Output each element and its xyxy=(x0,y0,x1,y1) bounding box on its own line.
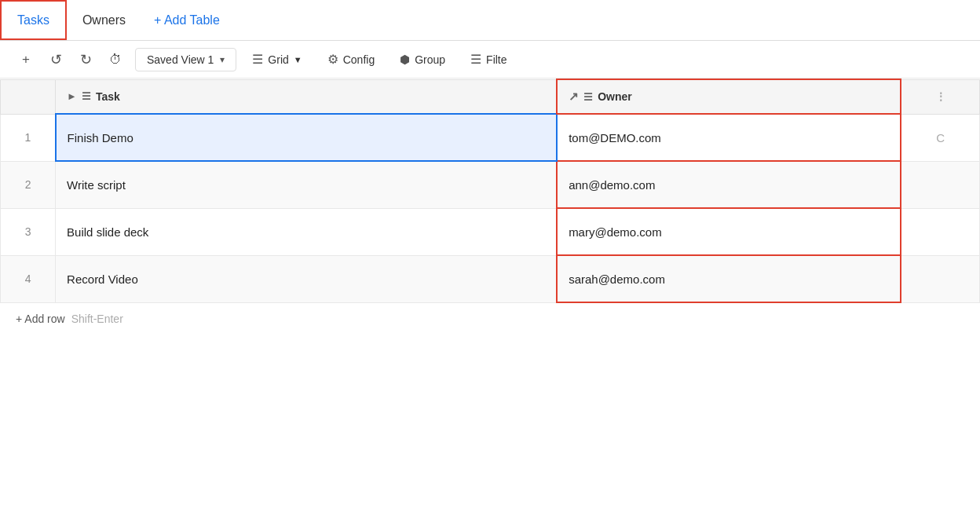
tab-bar: Tasks Owners + Add Table xyxy=(0,0,980,41)
task-list-icon: ☰ xyxy=(82,90,91,102)
extra-cell xyxy=(901,208,979,255)
tab-owners[interactable]: Owners xyxy=(67,0,141,40)
filter-button[interactable]: ☰ Filte xyxy=(464,49,513,70)
row-number-cell: 3 xyxy=(1,208,56,255)
toolbar-view-options: ☰ Grid ▼ ⚙ Config ⬢ Group ☰ Filte xyxy=(246,49,513,70)
owner-list-icon: ☰ xyxy=(583,91,593,103)
extra-cell: C xyxy=(901,114,979,161)
task-cell[interactable]: Record Video xyxy=(56,255,558,302)
redo-button[interactable]: ↻ xyxy=(72,46,99,73)
table-row[interactable]: 4Record Videosarah@demo.com xyxy=(1,255,980,302)
group-button[interactable]: ⬢ Group xyxy=(393,49,452,70)
data-table-container: ► ☰ Task ↗ ☰ Owner ⋮ 1Finish Demotom@DEM… xyxy=(0,79,980,335)
add-table-label: + Add Table xyxy=(154,13,220,27)
chevron-down-icon: ▾ xyxy=(220,54,225,65)
owner-cell[interactable]: tom@DEMO.com xyxy=(557,114,901,161)
table-header-row: ► ☰ Task ↗ ☰ Owner ⋮ xyxy=(1,79,980,114)
owner-cell[interactable]: mary@demo.com xyxy=(557,208,901,255)
grid-button[interactable]: ☰ Grid ▼ xyxy=(246,49,308,70)
history-button[interactable]: ⏱ xyxy=(102,46,129,73)
extra-cell xyxy=(901,255,979,302)
filter-icon: ☰ xyxy=(470,52,481,67)
task-cell[interactable]: Build slide deck xyxy=(56,208,558,255)
add-table-button[interactable]: + Add Table xyxy=(141,13,232,27)
add-row-label: + Add row xyxy=(16,313,65,325)
tab-tasks-label: Tasks xyxy=(17,13,49,27)
table-row[interactable]: 2Write scriptann@demo.com xyxy=(1,161,980,208)
row-number-cell: 4 xyxy=(1,255,56,302)
grid-label: Grid xyxy=(268,53,288,66)
toolbar: + ↺ ↻ ⏱ Saved View 1 ▾ ☰ Grid ▼ ⚙ Config… xyxy=(0,41,980,79)
grid-icon: ☰ xyxy=(252,52,263,67)
config-label: Config xyxy=(343,53,375,66)
task-column-label: Task xyxy=(96,90,120,103)
owner-cell[interactable]: ann@demo.com xyxy=(557,161,901,208)
task-column-header[interactable]: ► ☰ Task xyxy=(56,79,558,114)
owner-column-header[interactable]: ↗ ☰ Owner xyxy=(557,79,901,114)
group-label: Group xyxy=(415,53,445,66)
grid-chevron-icon: ▼ xyxy=(294,55,302,64)
tab-tasks[interactable]: Tasks xyxy=(0,0,67,40)
config-icon: ⚙ xyxy=(327,52,338,67)
task-cell[interactable]: Finish Demo xyxy=(56,114,558,161)
table-row[interactable]: 3Build slide deckmary@demo.com xyxy=(1,208,980,255)
tab-owners-label: Owners xyxy=(82,13,126,27)
saved-view-button[interactable]: Saved View 1 ▾ xyxy=(135,48,236,71)
saved-view-label: Saved View 1 xyxy=(147,53,214,66)
table-row[interactable]: 1Finish Demotom@DEMO.comC xyxy=(1,114,980,161)
owner-cell[interactable]: sarah@demo.com xyxy=(557,255,901,302)
row-number-cell: 1 xyxy=(1,114,56,161)
filter-label: Filte xyxy=(486,53,506,66)
add-button[interactable]: + xyxy=(13,46,39,73)
owner-sort-icon: ↗ xyxy=(569,90,579,104)
add-row-shortcut: Shift-Enter xyxy=(71,313,123,325)
task-cell[interactable]: Write script xyxy=(56,161,558,208)
config-button[interactable]: ⚙ Config xyxy=(321,49,381,70)
owner-column-label: Owner xyxy=(598,90,632,103)
row-number-cell: 2 xyxy=(1,161,56,208)
extra-cell xyxy=(901,161,979,208)
group-icon: ⬢ xyxy=(400,53,410,67)
add-row-button[interactable]: + Add row Shift-Enter xyxy=(0,303,980,335)
task-prefix-icon: ► xyxy=(67,90,77,102)
undo-button[interactable]: ↺ xyxy=(42,46,69,73)
row-number-header xyxy=(1,79,56,114)
extra-column-header: ⋮ xyxy=(901,79,979,114)
data-table: ► ☰ Task ↗ ☰ Owner ⋮ 1Finish Demotom@DEM… xyxy=(0,79,980,303)
